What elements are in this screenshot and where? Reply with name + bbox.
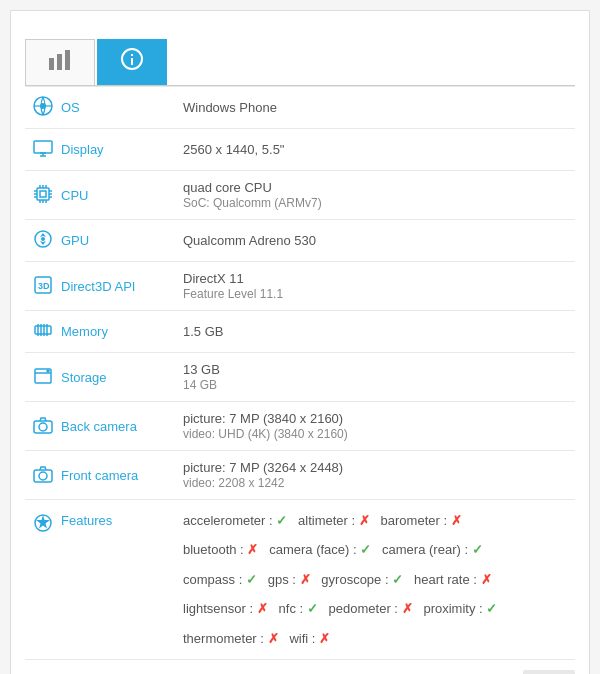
feature-name-2-2: gyroscope : ✓ <box>321 572 403 587</box>
page-wrapper: OS Windows Phone Display 2560 x 1440, 5.… <box>10 10 590 674</box>
direct3d-icon: 3D <box>33 275 53 298</box>
gpu-icon <box>33 229 53 252</box>
feature-name-3-0: lightsensor : ✗ <box>183 601 268 616</box>
feature-line-4: thermometer : ✗ wifi : ✗ <box>183 627 567 650</box>
value-main-display: 2560 x 1440, 5.5" <box>183 142 284 157</box>
value-cell-features: accelerometer : ✓ altimeter : ✗ baromete… <box>175 500 575 660</box>
feature-name-0-2: barometer : ✗ <box>381 513 462 528</box>
value-sub-frontcamera: video: 2208 x 1242 <box>183 476 284 490</box>
tab-info[interactable] <box>97 39 167 85</box>
value-main-frontcamera: picture: 7 MP (3264 x 2448) <box>183 460 343 475</box>
cross-1-0: ✗ <box>247 542 258 557</box>
feature-name-3-2: pedometer : ✗ <box>329 601 413 616</box>
svg-point-30 <box>41 237 45 241</box>
label-cell-memory: Memory <box>25 311 175 353</box>
svg-rect-14 <box>40 191 46 197</box>
label-text-gpu: GPU <box>61 233 89 248</box>
value-sub-backcamera: video: UHD (4K) (3840 x 2160) <box>183 427 348 441</box>
label-cell-direct3d: 3D Direct3D API <box>25 262 175 311</box>
svg-rect-13 <box>37 188 49 200</box>
value-cell-cpu: quad core CPUSoC: Qualcomm (ARMv7) <box>175 171 575 220</box>
check-2-2: ✓ <box>392 572 403 587</box>
value-cell-display: 2560 x 1440, 5.5" <box>175 129 575 171</box>
feature-name-3-1: nfc : ✓ <box>279 601 318 616</box>
label-cell-features: Features <box>25 500 175 660</box>
feature-line-3: lightsensor : ✗ nfc : ✓ pedometer : ✗ pr… <box>183 597 567 620</box>
value-main-cpu: quad core CPU <box>183 180 272 195</box>
value-sub-cpu: SoC: Qualcomm (ARMv7) <box>183 196 322 210</box>
value-main-storage: 13 GB <box>183 362 220 377</box>
memory-icon <box>33 320 53 343</box>
label-text-os: OS <box>61 100 80 115</box>
svg-marker-29 <box>40 241 46 245</box>
cross-3-2: ✗ <box>402 601 413 616</box>
feature-name-1-2: camera (rear) : ✓ <box>382 542 483 557</box>
label-text-frontcamera: Front camera <box>61 468 138 483</box>
cross-2-3: ✗ <box>481 572 492 587</box>
row-memory: Memory 1.5 GB <box>25 311 575 353</box>
check-3-3: ✓ <box>486 601 497 616</box>
row-direct3d: 3D Direct3D API DirectX 11Feature Level … <box>25 262 575 311</box>
value-sub-direct3d: Feature Level 11.1 <box>183 287 283 301</box>
value-cell-memory: 1.5 GB <box>175 311 575 353</box>
display-icon <box>33 138 53 161</box>
label-cell-backcamera: Back camera <box>25 402 175 451</box>
os-icon <box>33 96 53 119</box>
svg-rect-0 <box>49 58 54 70</box>
value-cell-direct3d: DirectX 11Feature Level 11.1 <box>175 262 575 311</box>
value-cell-os: Windows Phone <box>175 87 575 129</box>
feature-name-3-3: proximity : ✓ <box>423 601 497 616</box>
label-cell-storage: Storage <box>25 353 175 402</box>
svg-rect-1 <box>57 54 62 70</box>
cpu-icon <box>33 184 53 207</box>
label-text-direct3d: Direct3D API <box>61 279 135 294</box>
cross-0-2: ✗ <box>451 513 462 528</box>
svg-point-48 <box>47 370 49 372</box>
row-gpu: GPU Qualcomm Adreno 530 <box>25 220 575 262</box>
feature-name-0-1: altimeter : ✗ <box>298 513 370 528</box>
row-storage: Storage 13 GB14 GB <box>25 353 575 402</box>
feature-line-2: compass : ✓ gps : ✗ gyroscope : ✓ heart … <box>183 568 567 591</box>
svg-point-52 <box>39 472 47 480</box>
value-cell-frontcamera: picture: 7 MP (3264 x 2448)video: 2208 x… <box>175 451 575 500</box>
label-text-storage: Storage <box>61 370 107 385</box>
svg-point-50 <box>39 423 47 431</box>
label-text-features: Features <box>61 513 112 528</box>
svg-rect-2 <box>65 50 70 70</box>
value-sub-storage: 14 GB <box>183 378 217 392</box>
check-3-1: ✓ <box>307 601 318 616</box>
check-2-0: ✓ <box>246 572 257 587</box>
check-0-0: ✓ <box>276 513 287 528</box>
feature-name-1-0: bluetooth : ✗ <box>183 542 258 557</box>
value-main-backcamera: picture: 7 MP (3840 x 2160) <box>183 411 343 426</box>
label-cell-gpu: GPU <box>25 220 175 262</box>
row-display: Display 2560 x 1440, 5.5" <box>25 129 575 171</box>
label-text-backcamera: Back camera <box>61 419 137 434</box>
tab-graphics[interactable] <box>25 39 95 85</box>
check-1-2: ✓ <box>472 542 483 557</box>
storage-icon <box>33 366 53 389</box>
label-cell-os: OS <box>25 87 175 129</box>
label-cell-display: Display <box>25 129 175 171</box>
label-cell-frontcamera: Front camera <box>25 451 175 500</box>
cross-4-0: ✗ <box>268 631 279 646</box>
tabs-container <box>25 39 575 86</box>
cross-4-1: ✗ <box>319 631 330 646</box>
info-table: OS Windows Phone Display 2560 x 1440, 5.… <box>25 86 575 660</box>
frontcamera-icon <box>33 464 53 487</box>
feature-name-0-0: accelerometer : ✓ <box>183 513 287 528</box>
svg-marker-28 <box>40 233 46 237</box>
graphics-tab-icon <box>48 48 72 75</box>
feature-name-2-0: compass : ✓ <box>183 572 257 587</box>
watermark: 快科技 KKJ.CN <box>25 670 575 674</box>
value-main-gpu: Qualcomm Adreno 530 <box>183 233 316 248</box>
row-backcamera: Back camera picture: 7 MP (3840 x 2160)v… <box>25 402 575 451</box>
value-main-direct3d: DirectX 11 <box>183 271 244 286</box>
cross-2-1: ✗ <box>300 572 311 587</box>
camera-icon <box>33 415 53 438</box>
value-cell-storage: 13 GB14 GB <box>175 353 575 402</box>
feature-name-2-1: gps : ✗ <box>268 572 311 587</box>
feature-line-0: accelerometer : ✓ altimeter : ✗ baromete… <box>183 509 567 532</box>
features-icon <box>33 513 53 536</box>
svg-text:3D: 3D <box>38 281 50 291</box>
